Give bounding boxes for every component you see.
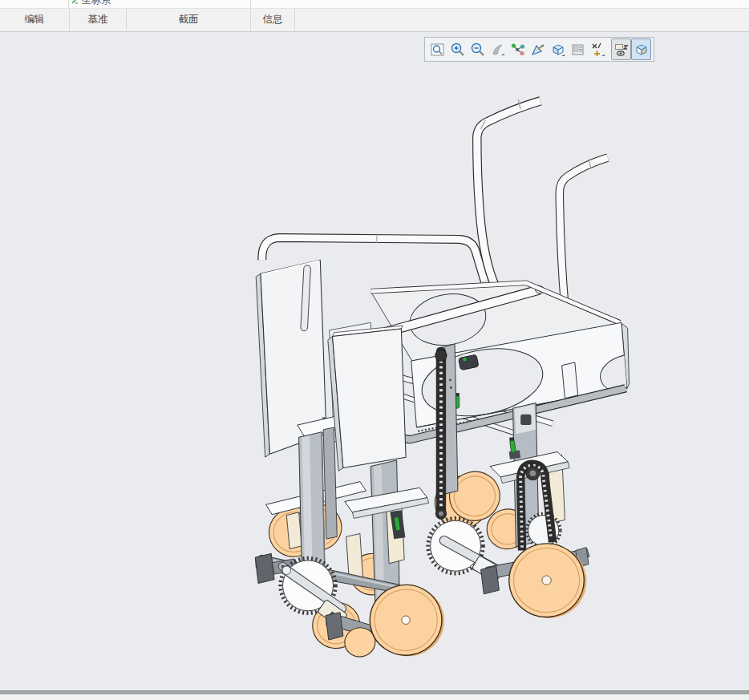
ribbon-clipped-row: 坐标系: [0, 0, 749, 9]
seeder-3d-model[interactable]: [0, 32, 749, 690]
view-manager-icon: [570, 42, 586, 58]
datum-display-checkbox-item[interactable]: 坐标系: [71, 0, 111, 7]
ribbon-bottom-strip: 坐标系 编辑 基准 截面 信息: [0, 0, 749, 32]
left-leg[interactable]: [299, 427, 338, 579]
repaint-button[interactable]: [488, 38, 508, 60]
ribbon-separator: [250, 0, 251, 8]
ribbon-group-labels: 编辑 基准 截面 信息: [0, 9, 749, 31]
datum-small-icon: [71, 0, 79, 4]
zoom-in-button[interactable]: [447, 38, 468, 60]
ribbon-group-edit: 编辑: [0, 9, 70, 30]
spin-center-button[interactable]: [508, 38, 528, 60]
ribbon-group-empty: [295, 9, 749, 30]
spin-center-icon: [510, 42, 526, 58]
repaint-icon: [490, 42, 506, 58]
view-manager-button[interactable]: [568, 38, 588, 60]
ribbon-separator: [68, 0, 69, 8]
zoom-refit-icon: [430, 42, 446, 58]
refit-button[interactable]: [427, 38, 447, 60]
display-style-icon: [550, 42, 566, 58]
datum-display-icon: [590, 42, 606, 58]
graphics-viewport[interactable]: [0, 32, 749, 690]
zoom-out-button[interactable]: [468, 38, 488, 60]
annotation-display-icon: [613, 42, 630, 58]
display-style-button[interactable]: [548, 38, 568, 60]
saved-orientations-icon: [530, 42, 546, 58]
annotation-display-button[interactable]: [611, 38, 631, 60]
datum-display-button[interactable]: [588, 38, 608, 60]
ribbon-group-datum: 基准: [70, 9, 127, 30]
front-panel[interactable]: [328, 326, 406, 471]
ribbon-group-info: 信息: [251, 9, 295, 30]
zoom-out-icon: [470, 42, 486, 58]
clipped-item-label: 坐标系: [82, 0, 111, 7]
shaded-cube-icon: [634, 42, 650, 58]
handlebar-left[interactable]: [477, 99, 540, 305]
saved-orientations-button[interactable]: [528, 38, 548, 60]
zoom-in-icon: [450, 42, 466, 58]
ribbon-group-section: 截面: [127, 9, 251, 30]
status-bar-strip: [0, 694, 749, 700]
graphics-toolbar: [424, 37, 654, 62]
shaded-view-button[interactable]: [631, 38, 651, 60]
